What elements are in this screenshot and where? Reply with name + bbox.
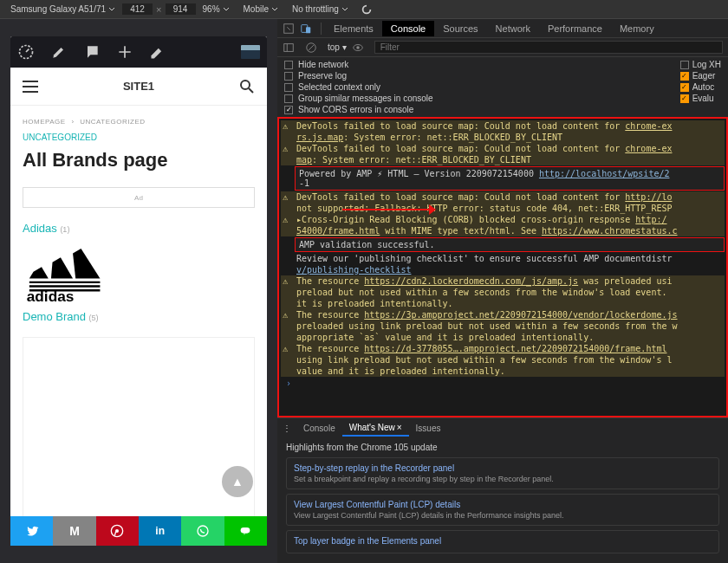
tip-card[interactable]: Top layer badge in the Elements panel bbox=[286, 530, 719, 553]
console-body: ⚠DevTools failed to load source map: Cou… bbox=[277, 117, 728, 417]
tip-card[interactable]: Step-by-step replay in the Recorder pane… bbox=[286, 457, 719, 489]
width-input[interactable] bbox=[122, 3, 153, 15]
brush-icon[interactable] bbox=[50, 43, 68, 61]
tab-console[interactable]: Console bbox=[382, 21, 434, 36]
eye-icon[interactable] bbox=[352, 42, 364, 54]
scroll-top-button[interactable]: ▲ bbox=[222, 466, 253, 497]
dim-separator: × bbox=[156, 4, 161, 15]
breadcrumb: HOMEPAGE › UNCATEGORIZED bbox=[10, 106, 267, 133]
breadcrumb-sep: › bbox=[71, 118, 74, 126]
zoom-selector[interactable]: 96% bbox=[196, 3, 237, 16]
tab-elements[interactable]: Elements bbox=[325, 21, 382, 36]
device-toolbar: Samsung Galaxy A51/71 × 96% Mobile No th… bbox=[0, 0, 728, 19]
twitter-button[interactable] bbox=[10, 516, 53, 546]
drawer-body: Highlights from the Chrome 105 update St… bbox=[277, 437, 728, 563]
gmail-button[interactable]: M bbox=[53, 516, 95, 546]
search-icon[interactable] bbox=[239, 79, 255, 94]
log-info: Review our 'publishing checklist' to ens… bbox=[295, 253, 725, 264]
social-bar: M in bbox=[10, 516, 267, 546]
group-similar-checkbox[interactable] bbox=[284, 94, 293, 103]
svg-rect-10 bbox=[306, 27, 310, 33]
evaluate-checkbox[interactable] bbox=[680, 94, 689, 103]
svg-point-5 bbox=[198, 526, 208, 536]
brand-link-demo[interactable]: Demo Brand (5) bbox=[10, 305, 267, 328]
throttle-selector[interactable]: No throttling bbox=[285, 3, 355, 16]
avatar[interactable] bbox=[241, 45, 260, 59]
inspect-icon[interactable] bbox=[283, 23, 295, 35]
tip-card[interactable]: View Largest Contentful Paint (LCP) deta… bbox=[286, 494, 719, 526]
drawer-tab-issues[interactable]: Issues bbox=[409, 421, 448, 436]
svg-rect-6 bbox=[241, 527, 250, 534]
console-prompt[interactable]: › bbox=[281, 377, 725, 390]
sidebar-toggle-icon[interactable] bbox=[283, 42, 295, 54]
plus-icon[interactable] bbox=[116, 43, 133, 61]
linkedin-button[interactable]: in bbox=[139, 516, 181, 546]
rotate-icon[interactable] bbox=[361, 3, 373, 16]
site-title: SITE1 bbox=[38, 80, 239, 93]
device-frame: SITE1 HOMEPAGE › UNCATEGORIZED UNCATEGOR… bbox=[10, 36, 267, 546]
tab-sources[interactable]: Sources bbox=[434, 21, 486, 36]
hide-network-checkbox[interactable] bbox=[284, 61, 293, 69]
tab-network[interactable]: Network bbox=[487, 21, 539, 36]
devtools-header: Elements Console Sources Network Perform… bbox=[277, 19, 728, 38]
breadcrumb-category[interactable]: UNCATEGORIZED bbox=[80, 118, 145, 126]
dashboard-icon[interactable] bbox=[17, 43, 35, 61]
drawer-tabs: ⋮ Console What's New× Issues bbox=[277, 418, 728, 437]
content-placeholder bbox=[23, 337, 255, 537]
console-options: Hide network Preserve log Selected conte… bbox=[277, 57, 728, 117]
svg-rect-11 bbox=[284, 43, 294, 51]
device-preview-pane: SITE1 HOMEPAGE › UNCATEGORIZED UNCATEGOR… bbox=[0, 19, 277, 563]
drawer-tab-console[interactable]: Console bbox=[296, 421, 342, 436]
selected-context-checkbox[interactable] bbox=[284, 83, 293, 92]
eager-checkbox[interactable] bbox=[680, 72, 689, 81]
edit-icon[interactable] bbox=[149, 43, 166, 61]
svg-line-14 bbox=[309, 44, 315, 50]
device-selector[interactable]: Samsung Galaxy A51/71 bbox=[3, 3, 122, 16]
log-warning: ⚠The resource https://3p.ampproject.net/… bbox=[281, 309, 725, 320]
log-success-box: AMP validation successful. bbox=[295, 237, 725, 252]
clear-console-icon[interactable] bbox=[305, 42, 317, 54]
preserve-log-checkbox[interactable] bbox=[284, 72, 293, 81]
media-selector[interactable]: Mobile bbox=[237, 3, 285, 16]
height-input[interactable] bbox=[166, 3, 196, 15]
tab-performance[interactable]: Performance bbox=[539, 21, 611, 36]
drawer-menu-icon[interactable]: ⋮ bbox=[283, 424, 291, 433]
autocomplete-checkbox[interactable] bbox=[680, 83, 689, 92]
close-icon[interactable]: × bbox=[397, 423, 402, 432]
hamburger-icon[interactable] bbox=[23, 81, 38, 93]
console-filter-input[interactable] bbox=[374, 41, 723, 54]
svg-point-1 bbox=[241, 81, 250, 89]
category-label[interactable]: UNCATEGORIZED bbox=[10, 133, 267, 142]
highlight-title: Highlights from the Chrome 105 update bbox=[286, 443, 719, 452]
drawer-tab-whatsnew[interactable]: What's New× bbox=[342, 420, 409, 437]
ad-placeholder: Ad bbox=[23, 187, 255, 208]
devtools-pane: Elements Console Sources Network Perform… bbox=[277, 19, 728, 563]
log-warning: ⚠The resource https://cdn2.lockerdomecdn… bbox=[281, 275, 725, 287]
device-toggle-icon[interactable] bbox=[300, 23, 312, 35]
log-warning: ⚠DevTools failed to load source map: Cou… bbox=[281, 143, 725, 154]
log-xhr-checkbox[interactable] bbox=[680, 61, 689, 69]
bottom-drawer: ⋮ Console What's New× Issues Highlights … bbox=[277, 417, 728, 563]
frame-toolbar bbox=[10, 36, 267, 68]
whatsapp-button[interactable] bbox=[181, 516, 224, 546]
line-button[interactable] bbox=[224, 516, 267, 546]
adidas-logo[interactable]: adidas bbox=[10, 240, 123, 305]
tab-memory[interactable]: Memory bbox=[611, 21, 663, 36]
breadcrumb-home[interactable]: HOMEPAGE bbox=[23, 118, 66, 126]
scope-selector[interactable]: top ▾ bbox=[328, 42, 347, 52]
devtools-tabs: Elements Console Sources Network Perform… bbox=[325, 21, 663, 36]
svg-text:adidas: adidas bbox=[27, 288, 75, 303]
arrow-annotation bbox=[342, 201, 438, 218]
brand-link-adidas[interactable]: Adidas (1) bbox=[10, 217, 267, 240]
log-warning: ⚠The resource https://d-3778055….ampproj… bbox=[281, 343, 725, 354]
pinterest-button[interactable] bbox=[96, 516, 139, 546]
page-title: All Brands page bbox=[10, 142, 267, 178]
show-cors-checkbox[interactable] bbox=[284, 106, 293, 114]
log-info-box: Powered by AMP ⚡ HTML – Version 22090721… bbox=[295, 166, 725, 191]
console-toolbar: top ▾ bbox=[277, 38, 728, 57]
svg-point-16 bbox=[356, 46, 360, 49]
log-warning: ⚠DevTools failed to load source map: Cou… bbox=[281, 120, 725, 132]
site-header: SITE1 bbox=[10, 68, 267, 106]
comment-icon[interactable] bbox=[83, 43, 101, 61]
